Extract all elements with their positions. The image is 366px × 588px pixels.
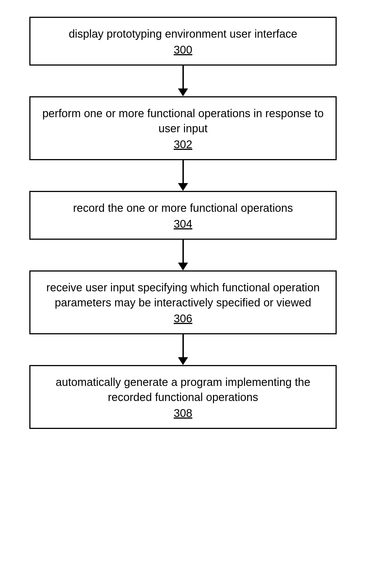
arrow-down-icon bbox=[178, 240, 188, 270]
flowchart-step: automatically generate a program impleme… bbox=[29, 365, 337, 429]
step-number: 302 bbox=[42, 138, 324, 151]
flowchart-step: record the one or more functional operat… bbox=[29, 191, 337, 240]
step-number: 300 bbox=[42, 44, 324, 56]
flowchart-step: perform one or more functional operation… bbox=[29, 96, 337, 160]
step-text: record the one or more functional operat… bbox=[42, 200, 324, 215]
flowchart-step: display prototyping environment user int… bbox=[29, 17, 337, 66]
step-text: perform one or more functional operation… bbox=[42, 106, 324, 136]
step-text: display prototyping environment user int… bbox=[42, 26, 324, 41]
flowchart-step: receive user input specifying which func… bbox=[29, 270, 337, 334]
arrow-down-icon bbox=[178, 334, 188, 365]
step-text: receive user input specifying which func… bbox=[42, 280, 324, 310]
arrow-down-icon bbox=[178, 160, 188, 191]
step-number: 308 bbox=[42, 407, 324, 419]
arrow-down-icon bbox=[178, 66, 188, 96]
step-number: 304 bbox=[42, 218, 324, 230]
step-text: automatically generate a program impleme… bbox=[42, 375, 324, 405]
flowchart-container: display prototyping environment user int… bbox=[29, 17, 337, 429]
step-number: 306 bbox=[42, 312, 324, 325]
